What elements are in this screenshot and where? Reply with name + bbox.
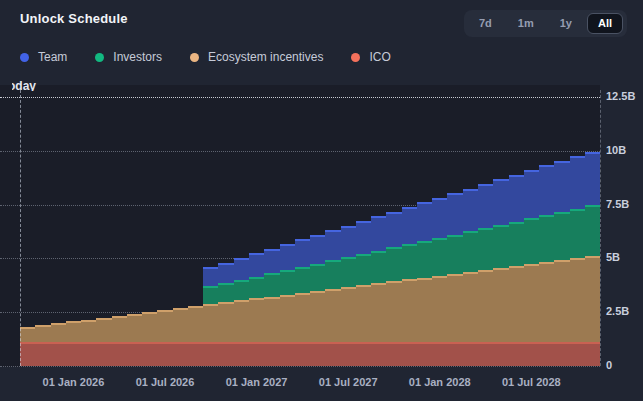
unlock-bar[interactable]: [463, 97, 478, 366]
bars[interactable]: [20, 97, 600, 366]
segment-ico: [35, 342, 50, 366]
x-axis-label: 01 Jul 2027: [319, 376, 378, 388]
segment-ico: [447, 342, 462, 366]
segment-investors: [280, 270, 295, 295]
segment-ecosystem-incentives: [447, 274, 462, 343]
unlock-bar[interactable]: [35, 97, 50, 366]
legend-label: ICO: [369, 50, 390, 64]
unlock-bar[interactable]: [203, 97, 218, 366]
x-axis-label: 01 Jan 2026: [43, 376, 105, 388]
segment-ico: [570, 342, 585, 366]
unlock-bar[interactable]: [356, 97, 371, 366]
segment-team: [570, 156, 585, 209]
unlock-bar[interactable]: [493, 97, 508, 366]
range-button-all[interactable]: All: [587, 13, 623, 34]
unlock-bar[interactable]: [386, 97, 401, 366]
unlock-schedule-card: Unlock Schedule 7d1m1yAll TeamInvestorsE…: [0, 0, 643, 401]
segment-investors: [203, 286, 218, 304]
unlock-bar[interactable]: [264, 97, 279, 366]
segment-investors: [249, 277, 264, 299]
segment-ecosystem-incentives: [325, 289, 340, 342]
segment-ico: [356, 342, 371, 366]
unlock-bar[interactable]: [310, 97, 325, 366]
segment-ecosystem-incentives: [463, 272, 478, 343]
unlock-bar[interactable]: [447, 97, 462, 366]
legend-item-investors[interactable]: Investors: [95, 50, 162, 64]
unlock-bar[interactable]: [218, 97, 233, 366]
unlock-bar[interactable]: [81, 97, 96, 366]
segment-team: [493, 179, 508, 224]
segment-ecosystem-incentives: [188, 306, 203, 342]
segment-ecosystem-incentives: [585, 256, 600, 342]
unlock-bar[interactable]: [142, 97, 157, 366]
unlock-bar[interactable]: [249, 97, 264, 366]
unlock-bar[interactable]: [295, 97, 310, 366]
unlock-bar[interactable]: [20, 97, 35, 366]
unlock-bar[interactable]: [402, 97, 417, 366]
segment-ico: [188, 342, 203, 366]
segment-ecosystem-incentives: [142, 312, 157, 342]
unlock-bar[interactable]: [188, 97, 203, 366]
unlock-bar[interactable]: [127, 97, 142, 366]
unlock-bar[interactable]: [96, 97, 111, 366]
unlock-bar[interactable]: [417, 97, 432, 366]
segment-ico: [585, 342, 600, 366]
unlock-bar[interactable]: [112, 97, 127, 366]
segment-investors: [478, 228, 493, 270]
unlock-bar[interactable]: [585, 97, 600, 366]
segment-investors: [417, 241, 432, 278]
range-button-1m[interactable]: 1m: [507, 13, 545, 34]
segment-ico: [127, 342, 142, 366]
segment-team: [203, 267, 218, 286]
unlock-bar[interactable]: [173, 97, 188, 366]
segment-ecosystem-incentives: [127, 314, 142, 342]
segment-ecosystem-incentives: [478, 270, 493, 343]
legend-item-team[interactable]: Team: [20, 50, 67, 64]
legend-dot-icon: [190, 53, 199, 62]
segment-ico: [66, 342, 81, 366]
unlock-bar[interactable]: [325, 97, 340, 366]
segment-team: [356, 221, 371, 254]
unlock-bar[interactable]: [66, 97, 81, 366]
legend-label: Investors: [113, 50, 162, 64]
segment-ecosystem-incentives: [341, 287, 356, 342]
segment-ecosystem-incentives: [96, 318, 111, 343]
y-axis-label: 10B: [606, 144, 626, 156]
segment-ico: [234, 342, 249, 366]
unlock-bar[interactable]: [524, 97, 539, 366]
segment-team: [539, 165, 554, 215]
unlock-bar[interactable]: [341, 97, 356, 366]
unlock-bar[interactable]: [432, 97, 447, 366]
range-button-7d[interactable]: 7d: [468, 13, 503, 34]
unlock-bar[interactable]: [509, 97, 524, 366]
unlock-bar[interactable]: [371, 97, 386, 366]
legend-item-ico[interactable]: ICO: [351, 50, 390, 64]
segment-ico: [554, 342, 569, 366]
range-button-1y[interactable]: 1y: [549, 13, 583, 34]
time-range-selector: 7d1m1yAll: [464, 10, 627, 37]
legend-item-ecosystem-incentives[interactable]: Ecosystem incentives: [190, 50, 323, 64]
segment-team: [509, 175, 524, 222]
unlock-bar[interactable]: [51, 97, 66, 366]
unlock-bar[interactable]: [554, 97, 569, 366]
segment-team: [264, 249, 279, 274]
segment-team: [417, 202, 432, 241]
segment-investors: [264, 273, 279, 296]
legend-label: Team: [38, 50, 67, 64]
segment-investors: [402, 244, 417, 279]
unlock-bar[interactable]: [280, 97, 295, 366]
unlock-bar[interactable]: [157, 97, 172, 366]
segment-investors: [356, 254, 371, 285]
segment-investors: [325, 260, 340, 289]
segment-team: [280, 244, 295, 270]
segment-ecosystem-incentives: [157, 310, 172, 342]
y-axis-label: 12.5B: [606, 90, 635, 102]
segment-ico: [173, 342, 188, 366]
segment-ecosystem-incentives: [249, 298, 264, 342]
segment-ico: [463, 342, 478, 366]
unlock-bar[interactable]: [478, 97, 493, 366]
unlock-bar[interactable]: [234, 97, 249, 366]
unlock-bar[interactable]: [539, 97, 554, 366]
unlock-bar[interactable]: [570, 97, 585, 366]
segment-investors: [585, 205, 600, 256]
